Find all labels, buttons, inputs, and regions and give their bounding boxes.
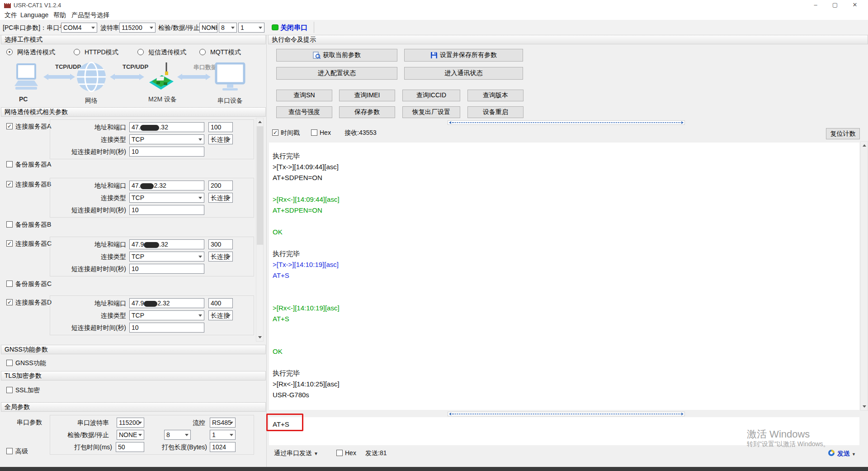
menu-help[interactable]: 帮助 [53,11,66,19]
scroll-left-icon[interactable] [449,121,451,124]
server-d-address-input[interactable]: 47.92.32 [129,298,204,308]
server-a-address-input[interactable]: 47..32 [129,122,204,132]
scroll-down-icon[interactable] [258,336,262,338]
serial-stopbits-select[interactable]: 1 [210,430,236,440]
query-version-button[interactable]: 查询版本 [467,90,524,101]
query-iccid-button[interactable]: 查询ICCID [402,90,460,101]
server-c-timeout-input[interactable]: 10 [129,264,204,274]
pack-length-input[interactable]: 1024 [210,442,236,452]
menu-product-model[interactable]: 产品型号选择 [71,11,109,19]
server-a-port-input[interactable]: 100 [208,122,233,132]
net-params-scrollbar[interactable] [256,118,264,342]
flow-control-select[interactable]: RS485 [210,418,236,428]
checkbox-connect-server-a[interactable]: ✓ [6,123,13,129]
server-d-port-input[interactable]: 400 [208,298,233,308]
server-a-conn-type-select[interactable]: TCP [129,134,204,144]
scroll-up-icon[interactable] [863,144,866,147]
query-imei-button[interactable]: 查询IMEI [339,90,395,101]
server-d-keepalive-select[interactable]: 长连接 [208,310,233,320]
radio-net-transparent-label: 网络透传模式 [17,48,55,57]
scroll-right-icon[interactable] [681,121,684,124]
checkbox-backup-server-a[interactable] [6,161,13,167]
enter-config-button[interactable]: 进入配置状态 [276,67,397,80]
log-vertical-scrollbar[interactable] [860,141,868,411]
send-via-serial-button[interactable]: 通过串口发送 ▼ [274,449,318,457]
checkbox-gnss[interactable] [6,360,13,366]
radio-sms-transparent[interactable] [137,49,144,55]
ip-redaction [140,183,154,189]
server-c-address-input[interactable]: 47.9.32 [129,239,204,249]
server-c-keepalive-select[interactable]: 长连接 [208,252,233,262]
checkbox-backup-server-b[interactable] [6,221,13,228]
device-reboot-button[interactable]: 设备重启 [467,106,524,118]
set-save-params-button[interactable]: 设置并保存所有参数 [404,49,523,62]
checkbox-ssl[interactable] [6,387,13,393]
log-line [273,337,859,347]
parity-select[interactable]: NONE [199,23,217,33]
server-a-keepalive-select[interactable]: 长连接 [208,134,233,144]
send-icon [828,449,835,457]
serial-databits-select[interactable]: 8 [164,430,191,440]
get-params-button[interactable]: 获取当前参数 [276,49,397,62]
checkbox-hex-send[interactable] [336,450,343,456]
minimize-button[interactable]: – [809,1,822,9]
databits-select[interactable]: 8 [219,23,237,33]
enter-comm-button[interactable]: 进入通讯状态 [404,67,523,80]
menu-file[interactable]: 文件 [5,11,17,19]
server-b-timeout-input[interactable]: 10 [129,205,204,215]
server-c-conn-type-select[interactable]: TCP [129,252,204,262]
server-b-port-input[interactable]: 200 [208,181,233,190]
query-sn-label: 查询SN [293,91,315,100]
checkbox-connect-server-c[interactable]: ✓ [6,240,13,247]
serial-parity-select[interactable]: NONE [117,430,144,440]
server-b-address-input[interactable]: 47.2.32 [129,181,204,190]
close-button[interactable]: ✕ [848,1,862,9]
reset-count-button[interactable]: 复位计数 [826,128,860,139]
checkbox-advanced[interactable] [6,448,13,454]
serial-parity-label: 检验/数据/停止 [50,431,109,439]
radio-net-transparent[interactable]: ● [6,49,13,55]
send-button[interactable]: 发送 ▼ [837,450,856,458]
baud-select[interactable]: 115200 [119,23,156,33]
close-port-button[interactable]: 关闭串口 [280,24,307,32]
scroll-left-icon[interactable] [449,413,451,415]
log-top-scrollbar[interactable] [448,120,685,125]
scrollbar-track[interactable] [452,414,680,414]
checkbox-connect-server-d[interactable]: ✓ [6,299,13,305]
checkbox-hex-recv[interactable] [311,129,317,136]
scrollbar-track[interactable] [452,122,680,123]
maximize-button[interactable]: ▢ [828,1,842,9]
com-port-select[interactable]: COM4 [61,23,97,33]
radio-httpd[interactable] [74,49,80,55]
title-bar: USR-CAT1 V1.2.4 – ▢ ✕ [0,0,868,10]
log-output[interactable]: 执行完毕>[Tx->][14:09:44][asc]AT+SDPEN=ON>[R… [269,143,859,410]
save-params-button[interactable]: 保存参数 [339,106,395,118]
scroll-right-icon[interactable] [681,413,684,415]
log-line: AT+SDPEN=ON [273,206,859,217]
stopbits-select[interactable]: 1 [238,23,264,33]
scrollbar-thumb[interactable] [257,126,264,245]
scroll-down-icon[interactable] [863,405,866,408]
serial-baud-select[interactable]: 115200 [117,418,144,428]
server-d-timeout-input[interactable]: 10 [129,323,204,333]
checkbox-connect-server-b[interactable]: ✓ [6,181,13,187]
menu-language[interactable]: Language [20,11,48,19]
factory-reset-button[interactable]: 恢复出厂设置 [402,106,460,118]
query-signal-button[interactable]: 查信号强度 [276,106,332,118]
radio-mqtt[interactable] [199,49,206,55]
server-a-timeout-input[interactable]: 10 [129,147,204,157]
timeout-label: 短连接超时时间(秒) [50,324,126,332]
query-sn-button[interactable]: 查询SN [276,90,332,101]
checkbox-timestamp[interactable]: ✓ [272,129,278,136]
log-line [273,282,859,293]
log-line: AT+S [273,271,859,282]
server-b-keepalive-select[interactable]: 长连接 [208,193,233,203]
server-c-port-input[interactable]: 300 [208,239,233,249]
server-d-conn-type-select[interactable]: TCP [129,310,204,320]
checkbox-backup-server-c[interactable] [6,281,13,287]
scroll-up-icon[interactable] [258,121,262,123]
pack-time-input[interactable]: 50 [116,442,144,452]
server-b-conn-type-select[interactable]: TCP [129,193,204,203]
log-bottom-scrollbar[interactable] [448,412,685,416]
enter-comm-label: 进入通讯状态 [445,69,483,77]
